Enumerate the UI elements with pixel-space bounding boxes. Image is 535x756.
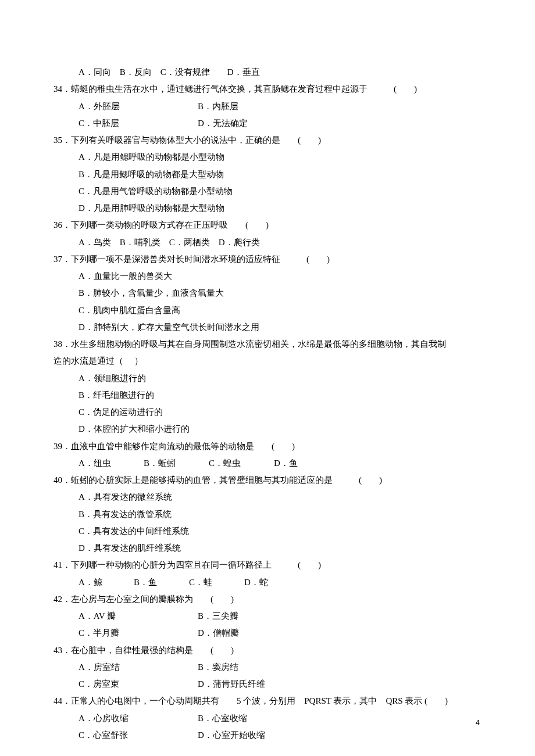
question-options: A．血量比一般的兽类大B．肺较小，含氧量少，血液含氧量大C．肌肉中肌红蛋白含量高…: [54, 268, 482, 336]
question-number: 36．: [54, 217, 71, 234]
option: D．凡是用肺呼吸的动物都是大型动物: [79, 200, 224, 217]
option: B．具有发达的微管系统: [79, 506, 172, 523]
option: D．蛇: [244, 574, 268, 591]
option-row: B．具有发达的微管系统: [79, 506, 482, 523]
option: A．凡是用鳃呼吸的动物都是小型动物: [79, 149, 224, 166]
option: B．蚯蚓: [144, 455, 209, 472]
option-row: A．同向 B．反向 C．没有规律 D．垂直: [79, 64, 260, 81]
option-row: A．血量比一般的兽类大: [79, 268, 482, 285]
question-text: 下列有关呼吸器官与动物体型大小的说法中，正确的是 ( ): [71, 132, 482, 149]
option: A．鲸: [79, 574, 134, 591]
option: C．蝗虫: [209, 455, 274, 472]
option: A．心房收缩: [79, 710, 198, 727]
question-stem: 43．在心脏中，自律性最强的结构是 ( ): [54, 642, 482, 659]
question-stem: 44．正常人的心电图中，一个心动周期共有 5 个波，分别用 PQRST 表示，其…: [54, 693, 482, 710]
option-row: C．房室束D．蒲肯野氏纤维: [79, 676, 482, 693]
question-stem: 40．蚯蚓的心脏实际上是能够搏动的血管，其管壁细胞与其功能适应的是 ( ): [54, 472, 482, 489]
option: C．凡是用气管呼吸的动物都是小型动物: [79, 183, 233, 200]
option: D．体腔的扩大和缩小进行的: [79, 421, 190, 438]
option-row: D．凡是用肺呼吸的动物都是大型动物: [79, 200, 482, 217]
option-row: A．鲸B．鱼C．蛙D．蛇: [79, 574, 482, 591]
option-row: A．房室结B．窦房结: [79, 659, 482, 676]
question-text: 血液中血管中能够作定向流动的最低等的动物是 ( ): [71, 438, 482, 455]
question: 40．蚯蚓的心脏实际上是能够搏动的血管，其管壁细胞与其功能适应的是 ( )A．具…: [54, 472, 482, 557]
question-options: A．鸟类 B．哺乳类 C．两栖类 D．爬行类: [54, 234, 482, 251]
option-row: A．心房收缩B．心室收缩: [79, 710, 482, 727]
question-options: A．纽虫B．蚯蚓C．蝗虫D．鱼: [54, 455, 482, 472]
question-options: A．具有发达的微丝系统B．具有发达的微管系统C．具有发达的中间纤维系统D．具有发…: [54, 489, 482, 557]
question-stem-line2: 造的水流是通过（ ）: [54, 353, 482, 370]
option-row: A．外胚层B．内胚层: [79, 98, 482, 115]
option: D．具有发达的肌纤维系统: [79, 540, 181, 557]
question: 38．水生多细胞动物的呼吸与其在自身周围制造水流密切相关，水绵是最低等的多细胞动…: [54, 336, 482, 438]
question-text: 蚯蚓的心脏实际上是能够搏动的血管，其管壁细胞与其功能适应的是 ( ): [71, 472, 482, 489]
option-row: C．肌肉中肌红蛋白含量高: [79, 302, 482, 319]
option: A．血量比一般的兽类大: [79, 268, 172, 285]
option: D．心室开始收缩: [198, 727, 265, 744]
option-row: C．伪足的运动进行的: [79, 404, 482, 421]
question-text: 下列哪一项不是深潜兽类对长时间潜水环境的适应特征 ( ): [71, 251, 482, 268]
question: 43．在心脏中，自律性最强的结构是 ( )A．房室结B．窦房结C．房室束D．蒲肯…: [54, 642, 482, 693]
question: 39．血液中血管中能够作定向流动的最低等的动物是 ( )A．纽虫B．蚯蚓C．蝗虫…: [54, 438, 482, 472]
option-row: A．凡是用鳃呼吸的动物都是小型动物: [79, 149, 482, 166]
option-row: A．AV 瓣B．三尖瓣: [79, 608, 482, 625]
option-row: A．具有发达的微丝系统: [79, 489, 482, 506]
question-options: A．房室结B．窦房结C．房室束D．蒲肯野氏纤维: [54, 659, 482, 693]
option: B．鱼: [134, 574, 189, 591]
option: D．鱼: [274, 455, 298, 472]
option-row: D．肺特别大，贮存大量空气供长时间潜水之用: [79, 319, 482, 336]
option: A．外胚层: [79, 98, 198, 115]
option: A．领细胞进行的: [79, 370, 146, 387]
option: B．窦房结: [198, 659, 238, 676]
question-stem: 34．蜻蜓的稚虫生活在水中，通过鳃进行气体交换，其直肠鳃在发育过程中起源于 ( …: [54, 81, 482, 98]
option-row: A．纽虫B．蚯蚓C．蝗虫D．鱼: [79, 455, 482, 472]
question-options: A．心房收缩B．心室收缩C．心室舒张D．心室开始收缩: [54, 710, 482, 744]
question-options: A．外胚层B．内胚层C．中胚层D．无法确定: [54, 98, 482, 132]
question-text: 下列哪一种动物的心脏分为四室且在同一循环路径上 ( ): [71, 557, 482, 574]
page-number: 4: [476, 715, 480, 730]
question-stem-line1: 38．水生多细胞动物的呼吸与其在自身周围制造水流密切相关，水绵是最低等的多细胞动…: [54, 336, 482, 353]
page-content: A．同向 B．反向 C．没有规律 D．垂直34．蜻蜓的稚虫生活在水中，通过鳃进行…: [0, 0, 535, 744]
option: A．房室结: [79, 659, 198, 676]
question-text: 蜻蜓的稚虫生活在水中，通过鳃进行气体交换，其直肠鳃在发育过程中起源于 ( ): [71, 81, 482, 98]
question-number: 34．: [54, 81, 71, 98]
question: 37．下列哪一项不是深潜兽类对长时间潜水环境的适应特征 ( )A．血量比一般的兽…: [54, 251, 482, 336]
option: B．纤毛细胞进行的: [79, 387, 154, 404]
option: C．蛙: [189, 574, 244, 591]
question-text: 左心房与左心室之间的瓣膜称为 ( ): [71, 591, 482, 608]
option: C．伪足的运动进行的: [79, 404, 163, 421]
question: 36．下列哪一类动物的呼吸方式存在正压呼吸 ( )A．鸟类 B．哺乳类 C．两栖…: [54, 217, 482, 251]
option: D．肺特别大，贮存大量空气供长时间潜水之用: [79, 319, 259, 336]
question-options: A．鲸B．鱼C．蛙D．蛇: [54, 574, 482, 591]
question: A．同向 B．反向 C．没有规律 D．垂直: [54, 64, 482, 81]
option: A．具有发达的微丝系统: [79, 489, 172, 506]
option-row: C．半月瓣D．僧帽瓣: [79, 625, 482, 642]
option-row: B．肺较小，含氧量少，血液含氧量大: [79, 285, 482, 302]
question-stem: 36．下列哪一类动物的呼吸方式存在正压呼吸 ( ): [54, 217, 482, 234]
question-stem: 35．下列有关呼吸器官与动物体型大小的说法中，正确的是 ( ): [54, 132, 482, 149]
question-options: A．同向 B．反向 C．没有规律 D．垂直: [54, 64, 482, 81]
question: 41．下列哪一种动物的心脏分为四室且在同一循环路径上 ( )A．鲸B．鱼C．蛙D…: [54, 557, 482, 591]
question-options: A．领细胞进行的B．纤毛细胞进行的C．伪足的运动进行的D．体腔的扩大和缩小进行的: [54, 370, 482, 438]
question-number: 40．: [54, 472, 71, 489]
option: A．纽虫: [79, 455, 144, 472]
option: C．中胚层: [79, 115, 198, 132]
option-row: D．体腔的扩大和缩小进行的: [79, 421, 482, 438]
option-row: A．领细胞进行的: [79, 370, 482, 387]
question: 44．正常人的心电图中，一个心动周期共有 5 个波，分别用 PQRST 表示，其…: [54, 693, 482, 744]
option: B．凡是用鳃呼吸的动物都是大型动物: [79, 166, 224, 183]
question-stem: 39．血液中血管中能够作定向流动的最低等的动物是 ( ): [54, 438, 482, 455]
question-text: 下列哪一类动物的呼吸方式存在正压呼吸 ( ): [71, 217, 482, 234]
option: B．肺较小，含氧量少，血液含氧量大: [79, 285, 224, 302]
question-stem: 41．下列哪一种动物的心脏分为四室且在同一循环路径上 ( ): [54, 557, 482, 574]
question: 42．左心房与左心室之间的瓣膜称为 ( )A．AV 瓣B．三尖瓣C．半月瓣D．僧…: [54, 591, 482, 642]
question-number: 44．: [54, 693, 71, 710]
question-stem: 37．下列哪一项不是深潜兽类对长时间潜水环境的适应特征 ( ): [54, 251, 482, 268]
option-row: D．具有发达的肌纤维系统: [79, 540, 482, 557]
option: B．心室收缩: [198, 710, 247, 727]
question-text: 在心脏中，自律性最强的结构是 ( ): [71, 642, 482, 659]
option: C．半月瓣: [79, 625, 198, 642]
question-stem: 42．左心房与左心室之间的瓣膜称为 ( ): [54, 591, 482, 608]
option-row: A．鸟类 B．哺乳类 C．两栖类 D．爬行类: [79, 234, 482, 251]
question: 35．下列有关呼吸器官与动物体型大小的说法中，正确的是 ( )A．凡是用鳃呼吸的…: [54, 132, 482, 217]
